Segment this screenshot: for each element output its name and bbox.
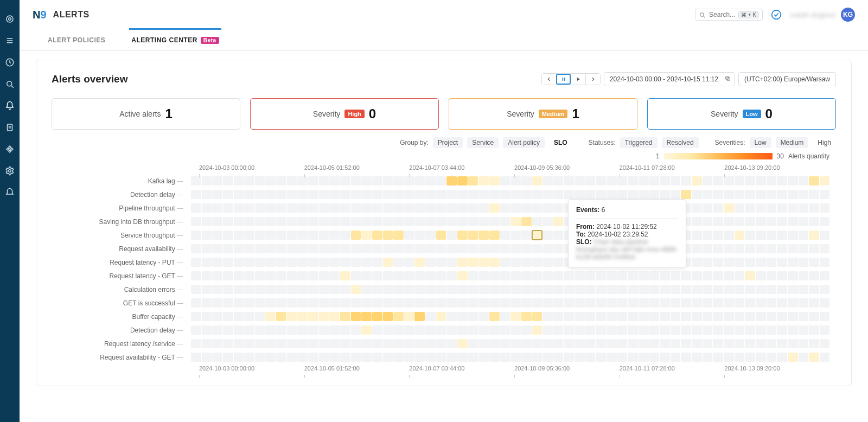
- timezone-select[interactable]: (UTC+02:00) Europe/Warsaw: [738, 72, 836, 86]
- heatmap-cell[interactable]: [414, 285, 425, 294]
- heatmap-cell[interactable]: [404, 203, 414, 213]
- heatmap-cell[interactable]: [617, 271, 628, 280]
- heatmap-cell[interactable]: [777, 298, 787, 308]
- heatmap-cell[interactable]: [393, 203, 404, 213]
- heatmap-cell[interactable]: [820, 312, 830, 321]
- heatmap-cell[interactable]: [542, 176, 553, 186]
- heatmap-cell[interactable]: [372, 353, 382, 362]
- heatmap-cell[interactable]: [244, 217, 254, 226]
- heatmap-cell[interactable]: [532, 298, 542, 308]
- heatmap-cell[interactable]: [510, 217, 521, 226]
- heatmap-cell[interactable]: [446, 298, 457, 308]
- heatmap-cell[interactable]: [234, 271, 244, 280]
- heatmap-cell[interactable]: [351, 325, 361, 335]
- heatmap-cell[interactable]: [564, 298, 574, 308]
- heatmap-cell[interactable]: [202, 271, 212, 280]
- heatmap-cell[interactable]: [510, 258, 521, 267]
- heatmap-cell[interactable]: [361, 217, 372, 226]
- heatmap-cell[interactable]: [585, 271, 596, 280]
- heatmap-cell[interactable]: [393, 298, 404, 308]
- heatmap-cell[interactable]: [191, 271, 201, 280]
- heatmap-cell[interactable]: [820, 271, 830, 280]
- heatmap-cell[interactable]: [585, 298, 596, 308]
- heatmap-cell[interactable]: [340, 258, 350, 267]
- heatmap-cell[interactable]: [276, 231, 286, 240]
- heatmap-cell[interactable]: [404, 325, 414, 335]
- heatmap-cell[interactable]: [735, 203, 745, 213]
- heatmap-cell[interactable]: [383, 353, 393, 362]
- heatmap-cell[interactable]: [607, 176, 617, 186]
- heatmap-cell[interactable]: [212, 244, 222, 253]
- heatmap-cell[interactable]: [223, 271, 233, 280]
- heatmap-cell[interactable]: [212, 312, 222, 321]
- heatmap-cell[interactable]: [329, 217, 340, 226]
- heatmap-cell[interactable]: [649, 176, 660, 186]
- heatmap-cell[interactable]: [478, 258, 489, 267]
- heatmap-cell[interactable]: [436, 285, 446, 294]
- heatmap-cell[interactable]: [799, 258, 809, 267]
- heatmap-cell[interactable]: [414, 203, 425, 213]
- heatmap-cell[interactable]: [788, 244, 798, 253]
- heatmap-cell[interactable]: [404, 271, 414, 280]
- heatmap-cell[interactable]: [329, 271, 340, 280]
- heatmap-cell[interactable]: [809, 258, 819, 267]
- heatmap-cell[interactable]: [468, 244, 478, 253]
- heatmap-cell[interactable]: [297, 312, 308, 321]
- heatmap-cell[interactable]: [446, 244, 457, 253]
- heatmap-cell[interactable]: [820, 325, 830, 335]
- heatmap-cell[interactable]: [788, 285, 798, 294]
- heatmap-cell[interactable]: [478, 339, 489, 348]
- heatmap-cell[interactable]: [425, 325, 436, 335]
- heatmap-cell[interactable]: [202, 353, 212, 362]
- heatmap-cell[interactable]: [308, 176, 318, 186]
- heatmap-cell[interactable]: [809, 231, 819, 240]
- heatmap-cell[interactable]: [713, 298, 723, 308]
- heatmap-cell[interactable]: [457, 203, 468, 213]
- heatmap-cell[interactable]: [372, 285, 382, 294]
- heatmap-cell[interactable]: [745, 325, 755, 335]
- heatmap-cell[interactable]: [521, 231, 532, 240]
- heatmap-cell[interactable]: [414, 190, 425, 199]
- heatmap-cell[interactable]: [489, 190, 500, 199]
- heatmap-cell[interactable]: [297, 271, 308, 280]
- heatmap-cell[interactable]: [255, 190, 265, 199]
- heatmap-cell[interactable]: [446, 285, 457, 294]
- heatmap-cell[interactable]: [777, 258, 787, 267]
- heatmap-cell[interactable]: [671, 298, 681, 308]
- heatmap-cell[interactable]: [212, 217, 222, 226]
- heatmap-cell[interactable]: [596, 312, 606, 321]
- heatmap-cell[interactable]: [681, 190, 691, 199]
- heatmap-cell[interactable]: [607, 312, 617, 321]
- heatmap-cell[interactable]: [436, 217, 446, 226]
- heatmap-cell[interactable]: [649, 190, 660, 199]
- heatmap-cell[interactable]: [287, 176, 297, 186]
- heatmap-cell[interactable]: [767, 339, 777, 348]
- heatmap-cell[interactable]: [308, 298, 318, 308]
- heatmap-cell[interactable]: [553, 353, 564, 362]
- heatmap-cell[interactable]: [404, 339, 414, 348]
- heatmap-cell[interactable]: [212, 190, 222, 199]
- heatmap-cell[interactable]: [553, 325, 564, 335]
- nav-search-icon[interactable]: [5, 79, 15, 89]
- heatmap-cell[interactable]: [202, 298, 212, 308]
- heatmap-cell[interactable]: [532, 176, 542, 186]
- heatmap-cell[interactable]: [234, 258, 244, 267]
- heatmap-cell[interactable]: [585, 325, 596, 335]
- heatmap-cell[interactable]: [340, 353, 350, 362]
- heatmap-cell[interactable]: [276, 339, 286, 348]
- heatmap-cell[interactable]: [234, 203, 244, 213]
- heatmap-cell[interactable]: [223, 217, 233, 226]
- heatmap-cell[interactable]: [735, 176, 745, 186]
- heatmap-cell[interactable]: [297, 203, 308, 213]
- heatmap-cell[interactable]: [393, 231, 404, 240]
- heatmap-cell[interactable]: [799, 312, 809, 321]
- play-button[interactable]: [571, 74, 585, 85]
- heatmap-cell[interactable]: [500, 353, 510, 362]
- heatmap-cell[interactable]: [799, 203, 809, 213]
- heatmap-cell[interactable]: [223, 203, 233, 213]
- heatmap-cell[interactable]: [436, 258, 446, 267]
- heatmap-cell[interactable]: [639, 353, 649, 362]
- heatmap-cell[interactable]: [372, 271, 382, 280]
- heatmap-cell[interactable]: [393, 176, 404, 186]
- heatmap-cell[interactable]: [489, 285, 500, 294]
